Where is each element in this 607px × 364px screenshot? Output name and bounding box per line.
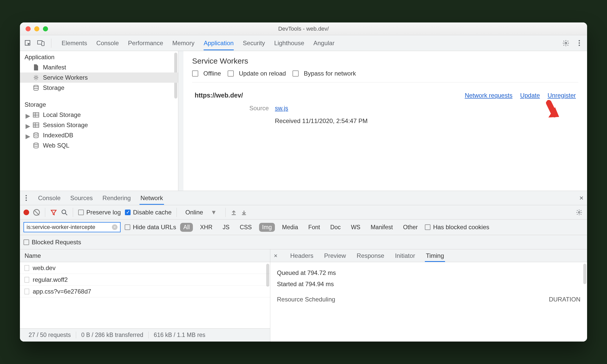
panel-heading: Service Workers [192,57,578,65]
request-detail: × Headers Preview Response Initiator Tim… [270,249,587,342]
blocked-requests-checkbox[interactable]: Blocked Requests [24,239,81,246]
offline-checkbox[interactable]: Offline [192,70,221,77]
detail-tab-timing[interactable]: Timing [425,250,445,262]
throttle-select[interactable]: Online▼ [182,208,220,217]
svg-point-5 [34,85,38,87]
sidebar-item-session-storage[interactable]: Session Storage [20,120,178,130]
download-icon[interactable] [241,209,247,215]
upload-icon[interactable] [231,209,237,215]
filter-pill-css[interactable]: CSS [237,223,255,232]
drawer-tab-rendering[interactable]: Rendering [101,191,132,205]
drawer-tab-console[interactable]: Console [37,191,62,205]
filter-pill-font[interactable]: Font [305,223,323,232]
sidebar-item-service-workers[interactable]: Service Workers [20,72,178,83]
svg-point-20 [578,211,580,213]
search-icon[interactable] [61,209,68,216]
update-on-reload-checkbox[interactable]: Update on reload [228,70,286,77]
sw-links: Network requests Update Unregister [465,92,576,99]
inspect-icon[interactable] [24,39,32,47]
service-workers-panel: Service Workers Offline Update on reload… [178,51,587,191]
detail-tabs: × Headers Preview Response Initiator Tim… [270,249,587,262]
hide-data-urls-checkbox[interactable]: Hide data URLs [125,224,176,231]
name-column-header[interactable]: Name [20,249,270,262]
divider [177,208,177,217]
network-requests-link[interactable]: Network requests [465,92,512,99]
detail-tab-initiator[interactable]: Initiator [394,250,416,262]
network-toolbar: Preserve log Disable cache Online▼ [20,205,587,220]
main-split: Application Manifest Service Workers Sto… [20,51,587,191]
svg-point-3 [565,42,567,44]
sidebar-item-local-storage[interactable]: Local Storage [20,110,178,120]
disable-cache-checkbox[interactable]: Disable cache [125,209,172,216]
application-sidebar: Application Manifest Service Workers Sto… [20,51,178,191]
filter-pill-js[interactable]: JS [220,223,233,232]
filter-pill-other[interactable]: Other [400,223,421,232]
tab-elements[interactable]: Elements [62,36,87,50]
record-button[interactable] [24,210,29,215]
drawer-more-icon[interactable] [23,195,29,201]
filter-icon[interactable] [50,209,57,216]
request-row[interactable]: regular.woff2 [20,274,270,286]
close-detail-icon[interactable]: × [274,252,281,259]
drawer-tab-sources[interactable]: Sources [69,191,94,205]
settings-icon[interactable] [562,39,570,47]
divider [225,208,226,217]
tab-lighthouse[interactable]: Lighthouse [274,36,304,50]
sidebar-item-manifest[interactable]: Manifest [20,62,178,72]
sidebar-item-websql[interactable]: Web SQL [20,140,178,151]
sidebar-item-storage[interactable]: Storage [20,83,178,93]
divider [51,39,51,48]
sidebar-section-application: Application [20,51,178,62]
detail-tab-preview[interactable]: Preview [323,250,347,262]
bypass-network-checkbox[interactable]: Bypass for network [293,70,356,77]
device-toggle-icon[interactable] [37,39,45,47]
svg-point-15 [34,143,38,144]
sidebar-item-label: Local Storage [43,111,81,118]
filter-pill-img[interactable]: Img [259,223,275,232]
tab-security[interactable]: Security [243,36,265,50]
filter-pill-xhr[interactable]: XHR [197,223,216,232]
filter-pill-all[interactable]: All [180,223,193,232]
clear-filter-icon[interactable]: × [112,224,118,230]
detail-tab-headers[interactable]: Headers [289,250,314,262]
sidebar-item-label: Service Workers [43,74,88,81]
table-icon [33,112,39,118]
filter-pill-manifest[interactable]: Manifest [368,223,396,232]
more-icon[interactable] [575,39,583,47]
transferred-size: 0 B / 286 kB transferred [76,332,149,338]
source-row: Source sw.js [192,101,578,113]
sidebar-item-indexeddb[interactable]: IndexedDB [20,130,178,140]
filter-pill-media[interactable]: Media [279,223,301,232]
tab-memory[interactable]: Memory [172,36,195,50]
filter-pill-ws[interactable]: WS [348,223,364,232]
tab-application[interactable]: Application [204,36,234,50]
drawer-tab-network[interactable]: Network [139,191,164,205]
file-icon [25,265,29,271]
preserve-log-checkbox[interactable]: Preserve log [78,209,121,216]
scrollbar[interactable] [266,264,269,287]
filter-input[interactable]: is:service-worker-intercepte × [24,222,121,232]
origin-text: https://web.dev/ [195,92,243,99]
received-text: Received 11/11/2020, 2:54:47 PM [192,113,578,126]
network-settings-icon[interactable] [576,209,582,216]
svg-rect-0 [25,40,30,45]
drawer-close-icon[interactable]: × [579,194,583,202]
update-link[interactable]: Update [520,92,540,99]
sidebar-section-storage: Storage [20,99,178,110]
request-row[interactable]: web.dev [20,262,270,274]
divider [45,208,45,217]
tab-performance[interactable]: Performance [128,36,163,50]
titlebar: DevTools - web.dev/ [20,22,587,35]
svg-point-16 [62,210,66,214]
svg-point-14 [34,133,38,134]
started-text: Started at 794.94 ms [277,278,580,290]
has-blocked-cookies-checkbox[interactable]: Has blocked cookies [425,224,489,231]
resource-scheduling-label: Resource Scheduling [277,296,335,303]
detail-tab-response[interactable]: Response [356,250,385,262]
clear-button[interactable] [33,209,40,216]
tab-console[interactable]: Console [96,36,119,50]
request-row[interactable]: app.css?v=6e2768d7 [20,286,270,297]
filter-pill-doc[interactable]: Doc [327,223,344,232]
source-file-link[interactable]: sw.js [275,105,288,112]
tab-angular[interactable]: Angular [313,36,335,50]
